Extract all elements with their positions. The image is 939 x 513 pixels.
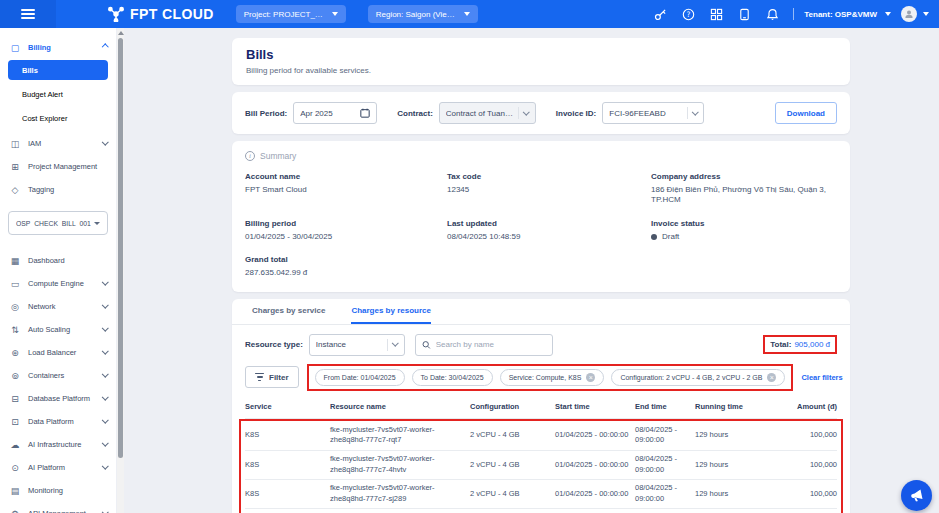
menu-icon[interactable] [21, 7, 35, 21]
sidebar-item-compute-engine[interactable]: ▭ Compute Engine [0, 272, 116, 295]
sidebar-item-budget-alert[interactable]: Budget Alert [8, 84, 108, 104]
sidebar-item-data-platform[interactable]: ⊡ Data Platform [0, 410, 116, 433]
sidebar-item-ai-infrastructure[interactable]: ☁ AI Infrastructure [0, 433, 116, 456]
tax-code-field: Tax code 12345 [447, 172, 651, 206]
summary-title: Summary [260, 151, 296, 161]
tab-charges-by-service[interactable]: Charges by service [252, 299, 325, 324]
summary-header: i Summary [245, 151, 837, 161]
billing-icon: ▢ [9, 43, 21, 53]
sidebar-item-database-platform[interactable]: ⊟ Database Platform [0, 387, 116, 410]
filter-button[interactable]: Filter [245, 366, 299, 388]
contract-select[interactable]: Contract of Tuannn52... [439, 102, 536, 124]
invoice-status-field: Invoice status Draft [651, 219, 837, 242]
sidebar-item-ai-platform[interactable]: ⊙ AI Platform [0, 456, 116, 479]
table-row[interactable]: K8S fke-mycluster-7vs5vt07-worker-zhe8q8… [245, 450, 837, 479]
sidebar-item-cost-explorer[interactable]: Cost Explorer [8, 108, 108, 128]
scrollbar-thumb[interactable] [118, 38, 123, 458]
database-platform-icon: ⊟ [9, 394, 21, 404]
sidebar-item-billing[interactable]: ▢ Billing [0, 36, 116, 59]
filter-chips-annotation-box: From Date: 01/04/2025 To Date: 30/04/202… [307, 364, 794, 391]
table-row[interactable]: K8S fke-mycluster-7vs5vt07-worker-zhe8q8… [245, 421, 837, 450]
bell-icon[interactable] [765, 7, 779, 21]
project-selector[interactable]: Project: PROJECT_OS... [236, 5, 346, 23]
total-label: Total: [770, 340, 791, 349]
chevron-down-icon [332, 12, 338, 16]
page-header-card: Bills Billing period for available servi… [232, 38, 850, 85]
status-dot-icon [651, 234, 657, 240]
user-avatar[interactable] [901, 6, 917, 22]
tenant-selector[interactable]: Tenant: OSP&VMW [804, 10, 891, 19]
chevron-down-icon[interactable] [923, 12, 929, 16]
sidebar-item-tagging[interactable]: ◇ Tagging [0, 178, 116, 201]
chip-close-icon[interactable] [586, 373, 595, 382]
chevron-down-icon [102, 325, 108, 331]
auto-scaling-icon: ⇅ [9, 325, 21, 335]
chip-to-date: To Date: 30/04/2025 [412, 369, 493, 386]
data-platform-icon: ⊡ [9, 417, 21, 427]
chip-service: Service: Compute, K8S [500, 369, 605, 386]
sidebar-item-dashboard[interactable]: ▦ Dashboard [0, 249, 116, 272]
help-icon[interactable]: ? [681, 7, 695, 21]
chevron-down-icon [102, 417, 108, 423]
filter-icon [255, 373, 264, 381]
chevron-down-icon [102, 371, 108, 377]
topbar-actions: ? Tenant: OSP&VMW [639, 6, 939, 22]
tab-charges-by-resource[interactable]: Charges by resource [351, 299, 431, 324]
search-input[interactable] [436, 340, 546, 349]
key-icon[interactable] [653, 7, 667, 21]
chevron-down-icon [102, 394, 108, 400]
docs-icon[interactable] [737, 7, 751, 21]
iam-icon: ◫ [9, 139, 21, 149]
divider [793, 8, 794, 20]
invoice-id-select[interactable]: FCI-96FEEABD [602, 102, 704, 124]
ai-infrastructure-icon: ☁ [9, 440, 21, 450]
chevron-down-icon [885, 12, 891, 16]
sidebar-item-network[interactable]: ◎ Network [0, 295, 116, 318]
page-title: Bills [246, 47, 836, 62]
bill-period-label: Bill Period: [245, 109, 287, 118]
resource-type-select[interactable]: Instance [309, 334, 405, 356]
apps-icon[interactable] [709, 7, 723, 21]
table-row[interactable]: K8S fke-mycluster-7vs5vt07-worker-zhe8q8… [245, 479, 837, 508]
tagging-icon: ◇ [9, 185, 21, 195]
account-name-field: Account name FPT Smart Cloud [245, 172, 447, 206]
sidebar-item-load-balancer[interactable]: ⊛ Load Balancer [0, 341, 116, 364]
clear-filters-link[interactable]: Clear filters [801, 373, 842, 382]
chevron-up-icon [102, 44, 108, 50]
project-management-icon: ⊞ [9, 162, 21, 172]
sidebar-item-api-management[interactable]: ⚙ API Management [0, 502, 116, 513]
sidebar-item-monitoring[interactable]: ▤ Monitoring [0, 479, 116, 502]
bill-period-input[interactable]: Apr 2025 [293, 102, 377, 124]
total-annotation-box: Total: 905,000 đ [763, 335, 837, 354]
download-button[interactable]: Download [775, 102, 837, 124]
charges-card: Charges by service Charges by resource R… [232, 299, 850, 513]
total-value: 905,000 đ [794, 340, 830, 349]
chip-from-date: From Date: 01/04/2025 [315, 369, 405, 386]
scroll-up-arrow-icon[interactable] [118, 31, 124, 35]
search-box [415, 334, 553, 356]
sidebar-item-iam[interactable]: ◫ IAM [0, 132, 116, 155]
charges-controls: Resource type: Instance Total: 905,000 đ [245, 334, 837, 356]
last-updated-field: Last updated 08/04/2025 10:48:59 [447, 219, 651, 242]
chevron-down-icon [464, 12, 470, 16]
chip-close-icon[interactable] [767, 373, 776, 382]
region-selector[interactable]: Region: Saigon (Vietn... [368, 5, 478, 23]
filter-row: Filter From Date: 01/04/2025 To Date: 30… [245, 364, 837, 391]
sidebar-item-project-management[interactable]: ⊞ Project Management [0, 155, 116, 178]
ai-platform-icon: ⊙ [9, 463, 21, 473]
top-navbar: FPT CLOUD Project: PROJECT_OS... Region:… [0, 0, 939, 28]
page-subtitle: Billing period for available services. [246, 66, 836, 75]
project-context-select[interactable]: OSP_CHECK_BILL_001 [8, 211, 108, 235]
fpt-cloud-logo-icon [108, 6, 124, 22]
sidebar-item-containers[interactable]: ⊚ Containers [0, 364, 116, 387]
charges-tabs: Charges by service Charges by resource [232, 299, 850, 325]
sidebar-item-auto-scaling[interactable]: ⇅ Auto Scaling [0, 318, 116, 341]
chevron-down-icon [692, 108, 698, 114]
chevron-down-icon [392, 340, 398, 346]
table-row[interactable]: Compute vm-2408165255 2 vCPU - 2 GB 01/0… [245, 508, 837, 513]
sidebar-scrollbar[interactable] [117, 28, 124, 513]
network-icon: ◎ [9, 302, 21, 312]
feedback-button[interactable] [901, 480, 932, 511]
company-address-field: Company address 186 Điện Biên Phủ, Phườn… [651, 172, 837, 206]
sidebar-item-bills[interactable]: Bills [8, 60, 108, 80]
